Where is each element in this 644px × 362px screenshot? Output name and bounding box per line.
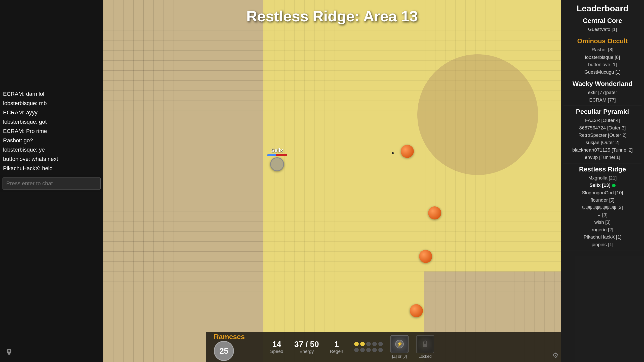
lb-entry: 8687564724 [Outer 3] bbox=[564, 124, 641, 131]
health-red bbox=[276, 154, 287, 156]
player-body bbox=[270, 157, 284, 171]
skill-2-art bbox=[418, 337, 432, 351]
chat-message: ECRAM: darn lol bbox=[3, 89, 100, 99]
big-circle-entity bbox=[417, 54, 538, 175]
chat-message: buttonlove: whats next bbox=[3, 154, 100, 164]
lb-entry: flounder [5] bbox=[564, 196, 641, 204]
game-canvas: Restless Ridge: Area 13 Selix bbox=[103, 0, 561, 362]
lb-entry: lobsterbisque [8] bbox=[564, 54, 641, 61]
chat-input-container bbox=[0, 175, 103, 192]
hud-skill-2[interactable]: Locked bbox=[416, 335, 434, 359]
lb-section-title: Ominous Occult bbox=[564, 37, 641, 45]
skill-1-art: ⚡ bbox=[392, 337, 407, 351]
lb-entry: envир [Tunnel 1] bbox=[564, 154, 641, 161]
lb-entry: sukjae [Outer 2] bbox=[564, 139, 641, 146]
player-container: Selix bbox=[267, 148, 287, 171]
enemy-dot-2 bbox=[428, 206, 441, 219]
main-container: ECRAM: darn lollobsterbisque: mbECRAM: a… bbox=[0, 0, 644, 362]
chat-username: lobsterbisque: bbox=[3, 147, 39, 153]
hud-regen-stat: 1 Regen bbox=[327, 340, 347, 354]
lb-divider bbox=[564, 250, 641, 250]
location-icon bbox=[5, 348, 13, 356]
lb-entry: ⌣ [3] bbox=[564, 211, 641, 218]
chat-message: PikachuHackX: helo bbox=[3, 164, 100, 173]
hud-skill-1[interactable]: ⚡ [Z] or [J] bbox=[390, 335, 409, 359]
hud-pips bbox=[354, 342, 383, 352]
enemy-dot-3 bbox=[419, 250, 432, 263]
player-health-bar bbox=[267, 154, 287, 156]
chat-bottom-area bbox=[0, 192, 103, 362]
lb-divider bbox=[564, 106, 641, 106]
hud-skill-2-label: Locked bbox=[419, 354, 432, 359]
leaderboard: Leaderboard Central CoreGuestVafo [1]Omi… bbox=[561, 0, 644, 362]
lb-entry: SlogoogooGod [10] bbox=[564, 189, 641, 196]
lb-entry: blackheart071125 [Tunnel 2] bbox=[564, 146, 641, 154]
chat-username: lobsterbisque: bbox=[3, 119, 39, 125]
hud-regen-label: Regen bbox=[330, 349, 343, 354]
location-icon-area bbox=[5, 348, 13, 357]
chat-message: lobsterbisque: mb bbox=[3, 99, 100, 108]
game-area: Restless Ridge: Area 13 Selix bbox=[103, 0, 561, 362]
lb-entry: PikachuHackX [1] bbox=[564, 233, 641, 241]
hud-level-badge: 25 bbox=[214, 341, 234, 361]
pip-2-5 bbox=[378, 348, 383, 352]
lb-entry: Mxgnolia [21] bbox=[564, 174, 641, 182]
pip-1-3 bbox=[366, 342, 371, 346]
chat-username: Rashot: bbox=[3, 137, 24, 144]
lb-entry: wish [3] bbox=[564, 218, 641, 226]
chat-message: lobsterbisque: ye bbox=[3, 145, 100, 154]
lb-divider bbox=[564, 163, 641, 163]
pip-2-4 bbox=[372, 348, 377, 352]
lb-entry: ψψψψψψψψψψ [3] bbox=[564, 204, 641, 211]
pip-1-4 bbox=[372, 342, 377, 346]
hud-energy-stat: 37 / 50 Energy bbox=[294, 340, 319, 354]
pip-1-2 bbox=[360, 342, 365, 346]
chat-username: lobsterbisque: bbox=[3, 100, 39, 106]
leaderboard-content: Central CoreGuestVafo [1]Ominous OccultR… bbox=[564, 17, 641, 250]
player-name-label: Selix bbox=[271, 148, 283, 153]
chat-sidebar: ECRAM: darn lollobsterbisque: mbECRAM: a… bbox=[0, 0, 103, 362]
leaderboard-title: Leaderboard bbox=[564, 4, 641, 13]
hud-speed-stat: 14 Speed bbox=[267, 340, 287, 354]
hud-speed-value: 14 bbox=[272, 340, 281, 349]
health-blue bbox=[267, 154, 276, 156]
hud-bar: Rameses 25 14 Speed 37 / 50 Energy 1 Reg… bbox=[206, 332, 561, 362]
chat-message: lobsterbisque: got bbox=[3, 117, 100, 126]
hud-skill-1-label: [Z] or [J] bbox=[392, 354, 407, 359]
lb-entry: ECRAM [77] bbox=[564, 96, 641, 104]
lb-entry: extir [77]pater bbox=[564, 89, 641, 96]
lb-section-title: Peculiar Pyramid bbox=[564, 108, 641, 116]
lb-entry: GuestVafo [1] bbox=[564, 26, 641, 33]
lb-section-title: Wacky Wonderland bbox=[564, 80, 641, 88]
area-title: Restless Ridge: Area 13 bbox=[246, 8, 418, 25]
settings-icon[interactable]: ⚙ bbox=[552, 351, 558, 359]
chat-input[interactable] bbox=[3, 177, 101, 190]
chat-username: buttonlove: bbox=[3, 156, 32, 162]
chat-messages: ECRAM: darn lollobsterbisque: mbECRAM: a… bbox=[0, 0, 103, 175]
enemy-dot-1 bbox=[401, 145, 414, 158]
small-dot bbox=[392, 152, 394, 154]
grid-overlay bbox=[103, 0, 561, 362]
pip-1-5 bbox=[378, 342, 383, 346]
chat-message: Rashot: go? bbox=[3, 136, 100, 145]
hud-energy-label: Energy bbox=[299, 349, 314, 354]
lb-divider bbox=[564, 78, 641, 78]
pip-row-1 bbox=[354, 342, 383, 346]
hud-skill-2-icon bbox=[416, 335, 434, 353]
lb-entry: Rashot [8] bbox=[564, 46, 641, 53]
hud-regen-value: 1 bbox=[334, 340, 339, 349]
lb-entry: buttonlove [1] bbox=[564, 61, 641, 68]
lb-entry: RetroSpecter [Outer 2] bbox=[564, 131, 641, 139]
chat-username: PikachuHackX: bbox=[3, 165, 42, 171]
pip-1-1 bbox=[354, 342, 359, 346]
pip-row-2 bbox=[354, 348, 383, 352]
hud-player-name: Rameses bbox=[214, 333, 259, 341]
chat-username: ECRAM: bbox=[3, 91, 26, 97]
hud-skill-1-icon: ⚡ bbox=[390, 335, 409, 353]
hud-energy-value: 37 / 50 bbox=[294, 340, 319, 349]
svg-text:⚡: ⚡ bbox=[396, 341, 403, 347]
chat-username: ECRAM: bbox=[3, 109, 26, 116]
pip-2-1 bbox=[354, 348, 359, 352]
lb-entry: GuestMucugu [1] bbox=[564, 68, 641, 76]
lb-entry: pinpinc [1] bbox=[564, 241, 641, 248]
